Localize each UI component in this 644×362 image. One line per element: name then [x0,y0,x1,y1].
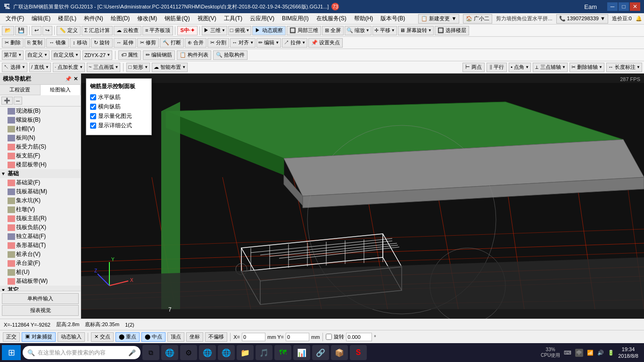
checkbox-show-formula[interactable]: 显示详细公式 [90,122,148,130]
menu-cloud[interactable]: 云应用(V) [246,14,278,24]
guangxiaer-btn[interactable]: 🏠 广小二 [463,14,492,24]
midpoint-btn[interactable]: ⬤ 重点 [116,332,140,342]
edit-rebar-btn[interactable]: ✏ 编辑钢筋 [143,50,175,60]
tree-item-luodiban[interactable]: 螺旋板(B) [0,115,81,124]
tree-item-banjian[interactable]: 板间(N) [0,133,81,142]
new-change-btn[interactable]: 📋 新建变更 ▼ [418,14,459,24]
extend-btn[interactable]: ↔ 延伸 [114,38,136,48]
menu-help[interactable]: 帮助(H) [350,14,377,24]
tree-item-zhuma[interactable]: 柱帽(V) [0,124,81,133]
orthogonal-btn[interactable]: 正交 [3,332,20,342]
taskbar-app-stats[interactable]: 📊 [293,345,310,360]
define-btn[interactable]: 📏 定义 [57,26,81,35]
x-input[interactable] [242,333,265,341]
rotate-btn[interactable]: ↻ 旋转 [91,38,113,48]
rotate-input[interactable] [346,333,372,341]
align-dropdown[interactable]: ↔ 对齐 ▼ [230,38,256,48]
tab-project-settings[interactable]: 工程设置 [0,85,41,95]
ime-icon[interactable]: 中 [575,349,583,357]
tree-item-zhudun[interactable]: 柱墩(V) [0,205,81,214]
custom-select[interactable]: 自定义 ▼ [25,50,50,60]
rect-dropdown[interactable]: □ 矩形 ▼ [126,63,150,72]
volume-icon[interactable]: 🔊 [597,350,604,356]
menu-edit[interactable]: 编辑(E) [28,14,54,24]
taskbar-app-edge[interactable]: 🌐 [161,345,178,360]
single-component-btn[interactable]: 单构件输入 [2,293,79,304]
sidebar-add-btn[interactable]: ➕ [1,97,13,105]
start-button[interactable]: ⊞ [2,345,21,360]
setpoint-btn[interactable]: 📌 设置夹点 [308,38,343,48]
move-btn[interactable]: ↕ 移动 [70,38,90,48]
taskbar-app-box[interactable]: 📦 [331,345,348,360]
tree-item-jijukang[interactable]: 集水坑(K) [0,196,81,205]
coord-btn[interactable]: 坐标 [186,332,203,342]
pan-dropdown[interactable]: ✛ 平移 ▼ [372,26,397,35]
zoom-dropdown[interactable]: 🔍 缩放 ▼ [345,26,372,35]
point-length-dropdown[interactable]: · 点加长度 ▼ [53,63,85,72]
local-3d-btn[interactable]: 🔲 局部三维 [287,26,321,35]
sidebar-close-btn[interactable]: ✕ [74,76,78,82]
delete-btn[interactable]: ✂ 删除 [2,38,24,48]
split-btn[interactable]: ✂ 分割 [207,38,229,48]
sidebar-collapse-btn[interactable]: ─ [14,97,22,105]
expand-icon[interactable]: ▼ [1,288,8,291]
tree-item-banjin[interactable]: 板支筋(F) [0,151,81,160]
tree-item-kuangbanzhuR[interactable]: 筏板主筋(R) [0,214,81,223]
tree-item-kuangbanjichu[interactable]: 筏板基础(M) [0,187,81,196]
dynamic-input-btn[interactable]: 动态输入 [58,332,85,342]
intersection-btn[interactable]: ✕ 交点 [91,332,114,342]
taskbar-app-ie2[interactable]: 🌐 [218,345,235,360]
checkbox-vertical[interactable]: 横向纵筋 [90,103,148,111]
fullscreen-btn[interactable]: ⊞ 全屏 [322,26,344,35]
mirror-btn[interactable]: ↔ 镜像 [46,38,69,48]
save-btn[interactable]: 💾 [15,26,27,35]
tree-item-chengtailiang[interactable]: 承台梁(F) [0,259,81,268]
checkbox-show-qty-input[interactable] [90,113,96,119]
smart-arrange-dropdown[interactable]: ☁ 智能布置 ▼ [152,63,188,72]
taskbar-app-green[interactable]: 🗺 [274,345,291,360]
delete-axis-dropdown[interactable]: ✂ 删除辅轴 ▼ [570,63,604,72]
screen-rotate-dropdown[interactable]: 🖥 屏幕旋转 ▼ [398,26,434,35]
phone-btn[interactable]: 📞 13907298339 ▼ [556,14,608,24]
minimize-button[interactable]: ─ [607,2,618,11]
checkbox-horizontal-input[interactable] [90,94,96,100]
sidebar-pin-btn[interactable]: 📌 [65,76,72,82]
zdyx-select[interactable]: ZDYX-27 ▼ [83,50,112,60]
keyboard-icon[interactable]: ⌨ [564,350,571,356]
tree-item-chengtai[interactable]: 桩承台(V) [0,250,81,259]
tree-item-jiazengbandai[interactable]: 楼层板带(H) [0,160,81,169]
3d-view-dropdown[interactable]: ▶ 三维 ▼ [202,26,227,35]
tree-item-jichuban[interactable]: 基础板带(W) [0,277,81,286]
object-snap-btn[interactable]: ▣ 对象捕捉 [22,332,56,342]
menu-modify[interactable]: 修改(M) [133,14,161,24]
open-btn[interactable]: 📂 [2,26,14,35]
viewport[interactable]: 7 X Y Z 钢筋显示控制面板 水平纵筋 [81,74,644,319]
dynamic-view-btn[interactable]: ▶ 动态观察 [252,26,285,35]
taskbar-app-ie[interactable]: 🌐 [199,345,216,360]
menu-version[interactable]: 版本号(B) [377,14,409,24]
menu-online[interactable]: 在线服务(S) [313,14,350,24]
menu-file[interactable]: 文件(F) [2,14,28,24]
taskbar-app-sogou[interactable]: S [350,345,367,360]
menu-draw[interactable]: 绘图(D) [107,14,134,24]
component-list-btn[interactable]: 📋 构件列表 [177,50,211,60]
tab-draw-input[interactable]: 绘图输入 [41,85,81,95]
stretch-dropdown[interactable]: ↗ 拉伸 ▼ [282,38,307,48]
copy-btn[interactable]: ⎘ 复制 [25,38,45,48]
tree-item-xianzhuban[interactable]: 现浇板(B) [0,107,81,115]
maximize-button[interactable]: □ [619,2,629,11]
expand-icon[interactable]: ▼ [1,171,8,176]
tree-item-banshouli[interactable]: 板受力筋(S) [0,142,81,151]
calc-btn[interactable]: Σ 汇总计算 [82,26,113,35]
length-mark-dropdown[interactable]: ↔ 长度标注 ▼ [606,63,642,72]
no-offset-btn[interactable]: 不偏移 [205,332,227,342]
report-view-btn[interactable]: 报表视觉 [2,305,79,316]
taskbar-app-link[interactable]: 🔗 [312,345,329,360]
tree-item-tiaoxingjichu[interactable]: 条形基础(T) [0,241,81,250]
network-icon[interactable]: 📶 [587,350,594,356]
edit-dropdown[interactable]: ✏ 编辑 ▼ [256,38,281,48]
tree-item-zhuang[interactable]: 桩(U) [0,268,81,277]
undo-btn[interactable]: ↩ [32,26,41,35]
checkbox-show-qty[interactable]: 显示量化图元 [90,112,148,120]
checkbox-show-formula-input[interactable] [90,123,96,129]
